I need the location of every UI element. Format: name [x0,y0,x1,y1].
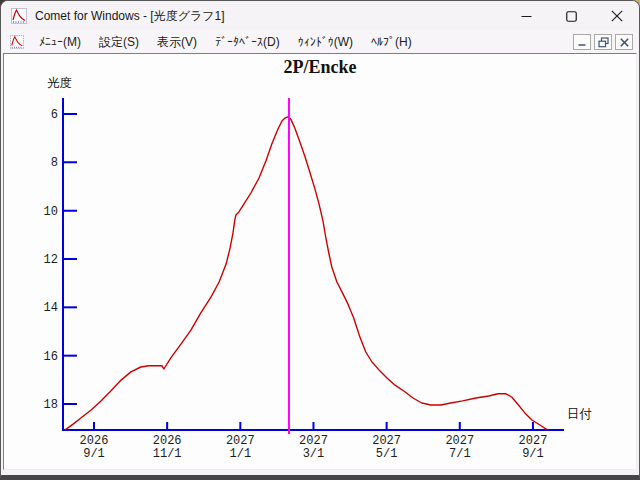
x-axis-tick-date: 1/1 [230,447,252,461]
light-curve-chart: 68101214161820269/1202611/120271/120273/… [4,54,638,475]
caption-buttons [504,1,639,31]
x-axis-tick-year: 2027 [519,434,548,448]
mdi-restore-button[interactable] [594,34,612,50]
x-axis-tick-date: 7/1 [449,447,471,461]
x-axis-tick-year: 2026 [153,434,182,448]
app-window: Comet for Windows - [光度グラフ1] [0,0,640,480]
mdi-close-button[interactable] [615,34,633,50]
x-axis-tick-date: 9/1 [83,447,105,461]
maximize-button[interactable] [549,1,594,31]
mdi-close-icon [620,38,629,47]
light-curve [65,117,549,430]
y-axis-tick-label: 10 [44,205,58,219]
title-bar: Comet for Windows - [光度グラフ1] [1,1,639,31]
x-axis-tick-date: 5/1 [376,447,398,461]
chart-client-area: 2P/Encke 光度 日付 68101214161820269/1202611… [3,53,637,470]
x-axis-tick-date: 3/1 [303,447,325,461]
window-title: Comet for Windows - [光度グラフ1] [35,8,225,25]
x-axis-tick-year: 2027 [445,434,474,448]
mdi-minimize-icon [577,37,587,47]
close-icon [611,10,623,22]
child-window-icon[interactable] [10,35,24,49]
y-axis-tick-label: 8 [51,156,58,170]
menu-item-help[interactable]: ﾍﾙﾌﾟ(H) [362,32,421,52]
y-axis-tick-label: 14 [44,301,58,315]
x-axis-tick-year: 2027 [226,434,255,448]
app-icon [11,8,27,24]
mdi-minimize-button[interactable] [573,34,591,50]
menu-item-settings[interactable]: 設定(S) [90,31,148,54]
x-axis-tick-year: 2026 [80,434,109,448]
x-axis-tick-year: 2027 [372,434,401,448]
mdi-restore-icon [598,37,609,48]
menu-bar: ﾒﾆｭｰ(M) 設定(S) 表示(V) ﾃﾞｰﾀﾍﾞｰｽ(D) ｳｨﾝﾄﾞｳ(W… [2,31,638,53]
y-axis-tick-label: 12 [44,253,58,267]
y-axis-tick-label: 16 [44,350,58,364]
menu-item-view[interactable]: 表示(V) [148,31,206,54]
menu-item-database[interactable]: ﾃﾞｰﾀﾍﾞｰｽ(D) [206,32,289,52]
maximize-icon [566,11,577,22]
x-axis-tick-date: 9/1 [522,447,544,461]
y-axis-tick-label: 6 [51,108,58,122]
mdi-child-controls [573,34,633,50]
close-button[interactable] [594,1,639,31]
y-axis-tick-label: 18 [44,398,58,412]
minimize-icon [521,11,532,22]
menu-item-window[interactable]: ｳｨﾝﾄﾞｳ(W) [289,32,362,52]
x-axis-tick-year: 2027 [299,434,328,448]
x-axis-tick-date: 11/1 [153,447,182,461]
menu-item-menu[interactable]: ﾒﾆｭｰ(M) [30,32,90,52]
minimize-button[interactable] [504,1,549,31]
